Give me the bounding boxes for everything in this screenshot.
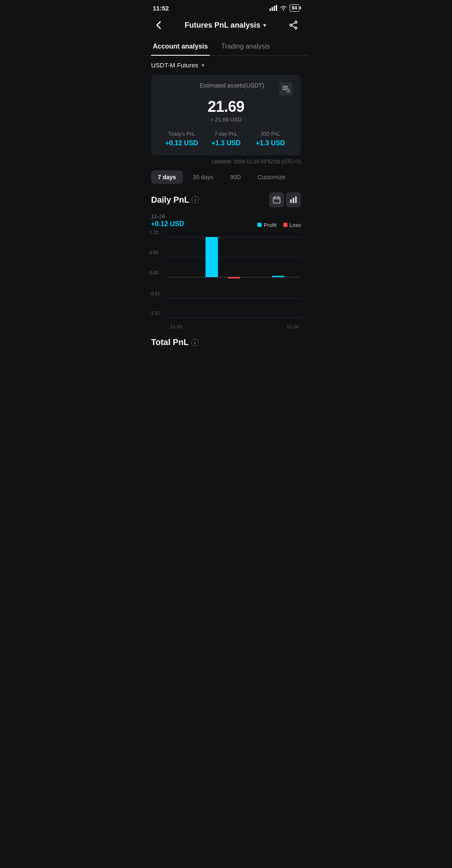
svg-line-13 (289, 92, 290, 93)
today-pnl: Today's PnL +0.12 USD (159, 131, 204, 147)
period-30days[interactable]: 30 days (186, 170, 220, 184)
status-bar: 11:52 94 (144, 0, 308, 14)
x-label-end: 11-24 (287, 324, 298, 329)
share-button[interactable] (286, 18, 301, 33)
assets-card: Estimated assets(USDT) 21.69 ≈ 21.69 USD… (151, 75, 301, 155)
svg-rect-9 (282, 86, 288, 87)
status-right: 94 (270, 4, 299, 12)
daily-pnl-title: Daily PnL i (151, 195, 199, 205)
profit-dot (257, 223, 262, 227)
grid-label-060: 0.60 (149, 250, 158, 255)
7day-pnl-label: 7-day PnL (204, 131, 248, 137)
chart-area: 11-24 +0.12 USD Profit Loss 1.20 0.60 (144, 213, 308, 329)
x-axis-labels: 11-19 11-24 (168, 324, 301, 329)
period-selector: 7 days 30 days 90D Customize (144, 170, 308, 192)
profit-label: Profit (264, 222, 276, 228)
daily-pnl-info-icon[interactable]: i (192, 196, 199, 203)
svg-rect-18 (290, 199, 292, 203)
svg-rect-19 (293, 198, 294, 203)
today-pnl-label: Today's PnL (159, 131, 204, 137)
30d-pnl: 30D PnL +1.3 USD (248, 131, 293, 147)
chart-selected-value: +0.12 USD (151, 220, 184, 228)
futures-dropdown[interactable]: USDT-M Futures ▼ (144, 56, 308, 73)
svg-rect-24 (272, 276, 285, 277)
svg-point-6 (290, 24, 292, 26)
assets-label: Estimated assets(USDT) (185, 82, 279, 89)
7day-pnl: 7-day PnL +1.3 USD (204, 131, 248, 147)
loss-dot (283, 223, 288, 227)
calendar-button[interactable] (269, 192, 284, 207)
wifi-icon (280, 5, 287, 11)
period-7days[interactable]: 7 days (151, 170, 183, 184)
tabs-container: Account analysis Trading analysis (144, 39, 308, 56)
battery-indicator: 94 (290, 4, 299, 12)
legend-loss: Loss (283, 222, 301, 228)
tab-account-analysis[interactable]: Account analysis (151, 39, 210, 55)
svg-point-4 (295, 21, 297, 23)
daily-pnl-header: Daily PnL i (144, 192, 308, 213)
bars-svg (168, 237, 301, 321)
total-pnl-title: Total PnL i (151, 337, 301, 347)
svg-line-7 (292, 23, 295, 25)
grid-label-000: 0.00 (149, 270, 158, 275)
svg-line-8 (292, 26, 295, 28)
title-text: Futures PnL analysis (185, 21, 260, 30)
x-label-start: 11-19 (170, 324, 182, 329)
title-dropdown-arrow: ▼ (262, 22, 267, 28)
assets-header: Estimated assets(USDT) (159, 82, 293, 95)
total-pnl-section: Total PnL i (144, 329, 308, 347)
grid-label-neg061: -0.61 (149, 291, 160, 296)
header: Futures PnL analysis ▼ (144, 14, 308, 39)
chart-selected-date: 11-24 (151, 213, 301, 219)
svg-rect-14 (273, 197, 280, 203)
loss-label: Loss (290, 222, 301, 228)
svg-rect-23 (228, 277, 240, 278)
7day-pnl-value: +1.3 USD (204, 139, 248, 147)
svg-point-5 (295, 27, 297, 29)
back-button[interactable] (151, 18, 166, 33)
time: 11:52 (153, 5, 169, 12)
svg-rect-10 (282, 88, 288, 88)
grid-label-120: 1.20 (149, 230, 158, 235)
page-title[interactable]: Futures PnL analysis ▼ (185, 21, 267, 30)
assets-main-value: 21.69 (159, 98, 293, 116)
period-customize[interactable]: Customize (251, 170, 292, 184)
assets-detail-button[interactable] (279, 82, 293, 95)
battery-level: 94 (292, 5, 297, 11)
svg-rect-1 (272, 7, 273, 11)
30d-pnl-value: +1.3 USD (248, 139, 293, 147)
assets-usd-approx: ≈ 21.69 USD (159, 116, 293, 123)
chart-legend: Profit Loss (257, 222, 301, 228)
chart-type-button[interactable] (286, 192, 301, 207)
today-pnl-value: +0.12 USD (159, 139, 204, 147)
total-pnl-info-icon[interactable]: i (191, 339, 199, 346)
tab-trading-analysis[interactable]: Trading analysis (220, 39, 272, 55)
svg-rect-2 (274, 6, 275, 11)
assets-value: 21.69 ≈ 21.69 USD (159, 98, 293, 123)
pnl-row: Today's PnL +0.12 USD 7-day PnL +1.3 USD… (159, 131, 293, 147)
futures-label: USDT-M Futures (151, 62, 198, 69)
chart-actions (269, 192, 301, 207)
svg-rect-0 (270, 8, 271, 11)
svg-rect-3 (276, 5, 277, 11)
svg-rect-20 (295, 196, 297, 203)
svg-rect-11 (282, 89, 286, 90)
updated-timestamp: Updated: 2024-11-25 03:52:00 (UTC+0) (144, 155, 308, 170)
30d-pnl-label: 30D PnL (248, 131, 293, 137)
dropdown-arrow: ▼ (201, 63, 205, 68)
period-90d[interactable]: 90D (223, 170, 248, 184)
grid-label-neg121: -1.21 (149, 310, 160, 315)
svg-rect-22 (205, 237, 218, 277)
legend-profit: Profit (257, 222, 276, 228)
signal-icon (270, 5, 277, 11)
bar-chart: 1.20 0.60 0.00 -0.61 -1.21 (151, 237, 301, 329)
